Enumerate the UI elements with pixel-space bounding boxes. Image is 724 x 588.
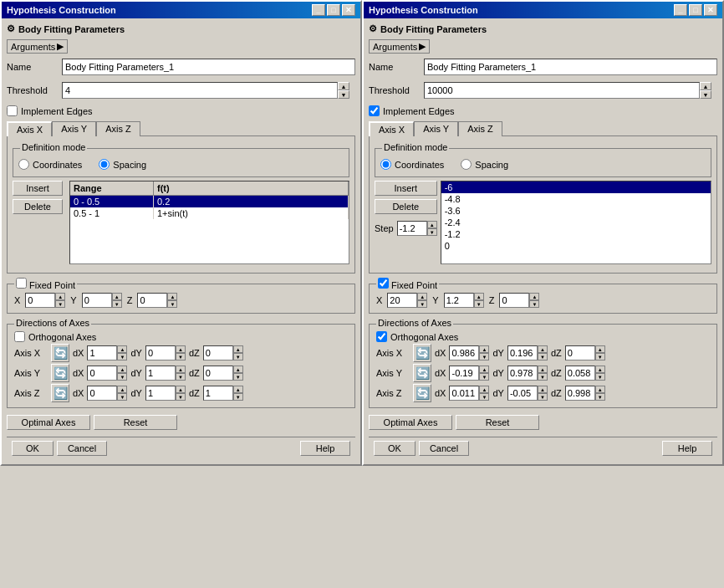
left-radio-spacing-input[interactable] — [99, 159, 110, 170]
right-threshold-up[interactable]: ▲ — [700, 82, 711, 90]
right-axis-z-dy-down[interactable]: ▼ — [538, 393, 548, 401]
left-tab-axis-z[interactable]: Axis Z — [96, 121, 140, 136]
right-axis-z-dx-down[interactable]: ▼ — [479, 393, 489, 401]
right-listbox-item-3[interactable]: -2.4 — [441, 217, 711, 228]
left-reset-btn[interactable]: Reset — [94, 415, 177, 430]
right-cancel-btn[interactable]: Cancel — [419, 441, 469, 456]
right-axis-x-dx-input[interactable] — [449, 345, 479, 360]
right-name-input[interactable] — [424, 59, 717, 75]
right-minimize-btn[interactable]: _ — [674, 4, 687, 16]
left-axis-x-dy-input[interactable] — [145, 345, 176, 360]
right-axis-x-dx-up[interactable]: ▲ — [479, 345, 489, 353]
left-fp-y-down[interactable]: ▼ — [112, 300, 122, 308]
left-axis-z-dy-down[interactable]: ▼ — [176, 393, 186, 401]
right-step-input[interactable] — [397, 221, 427, 236]
left-axis-z-dz-down[interactable]: ▼ — [233, 393, 243, 401]
right-threshold-input[interactable] — [424, 82, 700, 99]
right-fp-x-input[interactable] — [387, 293, 417, 308]
right-insert-btn[interactable]: Insert — [375, 181, 437, 196]
right-listbox-item-5[interactable]: 0 — [441, 240, 711, 252]
right-axis-x-dy-down[interactable]: ▼ — [538, 353, 548, 360]
right-axis-y-dx-input[interactable] — [449, 366, 479, 381]
right-axis-z-dy-up[interactable]: ▲ — [538, 386, 548, 393]
left-axis-y-nav[interactable]: 🔄 — [51, 364, 69, 382]
left-axis-y-dz-down[interactable]: ▼ — [233, 373, 243, 381]
left-threshold-input[interactable] — [62, 82, 338, 99]
right-fp-x-up[interactable]: ▲ — [417, 293, 427, 300]
right-radio-spacing-input[interactable] — [461, 159, 472, 170]
right-fp-y-down[interactable]: ▼ — [474, 300, 484, 308]
right-step-up[interactable]: ▲ — [427, 221, 437, 228]
right-step-down[interactable]: ▼ — [427, 228, 437, 236]
right-fp-z-up[interactable]: ▲ — [529, 293, 539, 300]
right-listbox-item-0[interactable]: -6 — [441, 182, 711, 193]
right-axis-x-dz-up[interactable]: ▲ — [595, 345, 605, 353]
right-breadcrumb[interactable]: Arguments ▶ — [369, 39, 430, 54]
left-tab-axis-y[interactable]: Axis Y — [52, 121, 96, 136]
right-tab-axis-y[interactable]: Axis Y — [414, 121, 458, 136]
right-delete-btn[interactable]: Delete — [375, 199, 437, 214]
right-axis-x-dy-up[interactable]: ▲ — [538, 345, 548, 353]
left-axis-z-dz-up[interactable]: ▲ — [233, 386, 243, 393]
right-threshold-down[interactable]: ▼ — [700, 90, 711, 99]
right-fp-z-down[interactable]: ▼ — [529, 300, 539, 308]
left-axis-z-dx-up[interactable]: ▲ — [117, 386, 127, 393]
right-axis-z-nav[interactable]: 🔄 — [413, 384, 431, 402]
right-axis-y-dy-down[interactable]: ▼ — [538, 373, 548, 381]
left-axis-z-dy-up[interactable]: ▲ — [176, 386, 186, 393]
left-table-row-0[interactable]: 0 - 0.5 0.2 — [70, 196, 349, 207]
left-fp-x-up[interactable]: ▲ — [55, 293, 65, 300]
right-maximize-btn[interactable]: □ — [689, 4, 702, 16]
left-axis-x-dx-up[interactable]: ▲ — [117, 345, 127, 353]
left-axis-y-dy-up[interactable]: ▲ — [176, 366, 186, 373]
right-axis-y-dx-up[interactable]: ▲ — [479, 366, 489, 373]
left-axis-x-nav[interactable]: 🔄 — [51, 344, 69, 362]
left-close-btn[interactable]: ✕ — [342, 4, 355, 16]
left-radio-coords-input[interactable] — [18, 159, 29, 170]
right-axis-y-dx-down[interactable]: ▼ — [479, 373, 489, 381]
left-axis-x-dz-input[interactable] — [203, 345, 233, 360]
right-axis-y-dy-input[interactable] — [507, 366, 538, 381]
right-axis-x-dz-input[interactable] — [565, 345, 595, 360]
left-tab-axis-x[interactable]: Axis X — [7, 121, 52, 136]
left-threshold-down[interactable]: ▼ — [338, 90, 349, 99]
right-listbox[interactable]: -6 -4.8 -3.6 -2.4 -1.2 0 — [441, 181, 711, 264]
left-axis-z-dy-input[interactable] — [145, 386, 176, 401]
right-orthogonal-checkbox[interactable] — [376, 331, 387, 342]
left-table-row-1[interactable]: 0.5 - 1 1+sin(t) — [70, 207, 349, 219]
left-optimal-axes-btn[interactable]: Optimal Axes — [7, 415, 90, 430]
right-axis-z-dy-input[interactable] — [507, 386, 538, 401]
right-tab-axis-x[interactable]: Axis X — [369, 121, 414, 136]
right-optimal-axes-btn[interactable]: Optimal Axes — [369, 415, 452, 430]
left-help-btn[interactable]: Help — [300, 441, 350, 456]
left-name-input[interactable] — [62, 59, 355, 75]
right-fp-z-input[interactable] — [499, 293, 529, 308]
left-minimize-btn[interactable]: _ — [312, 4, 325, 16]
left-axis-y-dz-up[interactable]: ▲ — [233, 366, 243, 373]
right-axis-y-dz-input[interactable] — [565, 366, 595, 381]
left-breadcrumb[interactable]: Arguments ▶ — [7, 39, 68, 54]
left-axis-y-dx-up[interactable]: ▲ — [117, 366, 127, 373]
left-fp-y-input[interactable] — [82, 293, 112, 308]
left-fp-z-input[interactable] — [137, 293, 167, 308]
right-fp-x-down[interactable]: ▼ — [417, 300, 427, 308]
right-fp-y-input[interactable] — [444, 293, 474, 308]
left-axis-z-dz-input[interactable] — [203, 386, 233, 401]
right-axis-z-dz-up[interactable]: ▲ — [595, 386, 605, 393]
left-axis-x-dy-up[interactable]: ▲ — [176, 345, 186, 353]
left-axis-y-dy-down[interactable]: ▼ — [176, 373, 186, 381]
left-axis-z-nav[interactable]: 🔄 — [51, 384, 69, 402]
left-implement-edges-checkbox[interactable] — [7, 105, 18, 116]
right-axis-x-dx-down[interactable]: ▼ — [479, 353, 489, 360]
left-maximize-btn[interactable]: □ — [327, 4, 340, 16]
right-close-btn[interactable]: ✕ — [704, 4, 717, 16]
left-axis-x-dz-up[interactable]: ▲ — [233, 345, 243, 353]
left-cancel-btn[interactable]: Cancel — [57, 441, 107, 456]
left-delete-btn[interactable]: Delete — [13, 199, 63, 214]
right-axis-z-dz-down[interactable]: ▼ — [595, 393, 605, 401]
left-fp-x-down[interactable]: ▼ — [55, 300, 65, 308]
left-axis-x-dx-down[interactable]: ▼ — [117, 353, 127, 360]
left-ok-btn[interactable]: OK — [12, 441, 54, 456]
right-axis-x-dz-down[interactable]: ▼ — [595, 353, 605, 360]
right-tab-axis-z[interactable]: Axis Z — [458, 121, 502, 136]
